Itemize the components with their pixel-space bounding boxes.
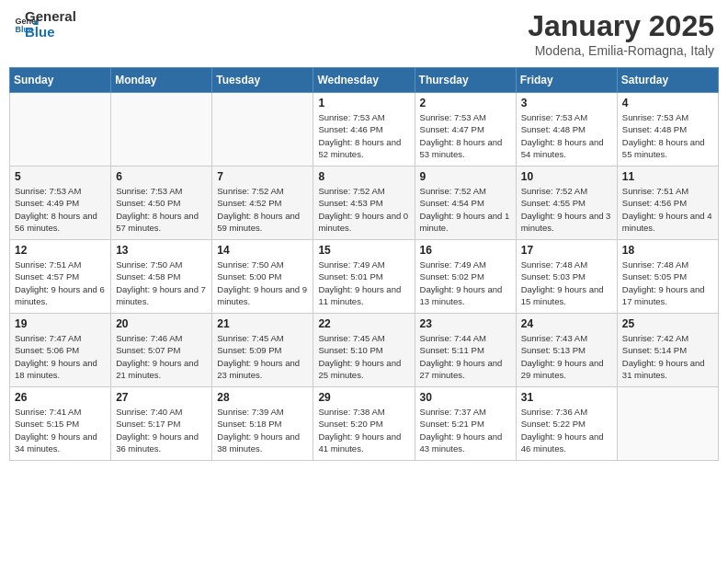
day-detail: Sunrise: 7:36 AM Sunset: 5:22 PM Dayligh… — [521, 406, 612, 454]
day-detail: Sunrise: 7:38 AM Sunset: 5:20 PM Dayligh… — [318, 406, 409, 454]
day-detail: Sunrise: 7:43 AM Sunset: 5:13 PM Dayligh… — [521, 332, 612, 381]
weekday-header: Thursday — [415, 68, 516, 93]
calendar-cell — [617, 387, 718, 461]
calendar-cell: 13Sunrise: 7:50 AM Sunset: 4:58 PM Dayli… — [111, 240, 212, 314]
day-number: 28 — [217, 391, 308, 404]
calendar-cell: 23Sunrise: 7:44 AM Sunset: 5:11 PM Dayli… — [415, 314, 516, 387]
day-number: 5 — [15, 170, 106, 183]
calendar-cell: 12Sunrise: 7:51 AM Sunset: 4:57 PM Dayli… — [10, 240, 111, 314]
day-detail: Sunrise: 7:39 AM Sunset: 5:18 PM Dayligh… — [217, 406, 308, 454]
calendar-cell — [111, 93, 212, 167]
day-number: 23 — [420, 317, 511, 330]
day-number: 30 — [420, 391, 511, 404]
calendar-cell: 14Sunrise: 7:50 AM Sunset: 5:00 PM Dayli… — [212, 240, 313, 314]
page-header: General Blue General Blue January 2025 M… — [9, 9, 719, 58]
calendar-cell: 31Sunrise: 7:36 AM Sunset: 5:22 PM Dayli… — [516, 387, 617, 461]
calendar-cell: 19Sunrise: 7:47 AM Sunset: 5:06 PM Dayli… — [10, 314, 111, 387]
day-detail: Sunrise: 7:45 AM Sunset: 5:10 PM Dayligh… — [318, 332, 409, 381]
day-detail: Sunrise: 7:48 AM Sunset: 5:03 PM Dayligh… — [521, 259, 612, 307]
calendar-cell: 28Sunrise: 7:39 AM Sunset: 5:18 PM Dayli… — [212, 387, 313, 461]
day-number: 4 — [622, 97, 713, 109]
calendar-cell: 7Sunrise: 7:52 AM Sunset: 4:52 PM Daylig… — [212, 167, 313, 240]
day-number: 6 — [116, 170, 207, 183]
day-number: 12 — [15, 244, 106, 257]
weekday-header: Monday — [111, 68, 212, 93]
day-detail: Sunrise: 7:37 AM Sunset: 5:21 PM Dayligh… — [420, 406, 511, 454]
day-number: 7 — [217, 170, 308, 183]
day-number: 20 — [116, 317, 207, 330]
weekday-row: SundayMondayTuesdayWednesdayThursdayFrid… — [10, 68, 719, 93]
day-number: 3 — [521, 97, 612, 109]
day-detail: Sunrise: 7:49 AM Sunset: 5:01 PM Dayligh… — [318, 259, 409, 307]
calendar-week-row: 1Sunrise: 7:53 AM Sunset: 4:46 PM Daylig… — [10, 93, 719, 167]
calendar-cell: 21Sunrise: 7:45 AM Sunset: 5:09 PM Dayli… — [212, 314, 313, 387]
weekday-header: Saturday — [617, 68, 718, 93]
calendar-cell: 22Sunrise: 7:45 AM Sunset: 5:10 PM Dayli… — [313, 314, 415, 387]
calendar-cell: 30Sunrise: 7:37 AM Sunset: 5:21 PM Dayli… — [415, 387, 516, 461]
day-detail: Sunrise: 7:53 AM Sunset: 4:50 PM Dayligh… — [116, 185, 207, 234]
calendar-cell: 8Sunrise: 7:52 AM Sunset: 4:53 PM Daylig… — [313, 167, 415, 240]
calendar-cell: 20Sunrise: 7:46 AM Sunset: 5:07 PM Dayli… — [111, 314, 212, 387]
day-number: 19 — [15, 317, 106, 330]
day-detail: Sunrise: 7:52 AM Sunset: 4:52 PM Dayligh… — [217, 185, 308, 234]
logo-blue: Blue — [25, 25, 76, 40]
calendar-cell: 10Sunrise: 7:52 AM Sunset: 4:55 PM Dayli… — [516, 167, 617, 240]
day-number: 29 — [318, 391, 409, 404]
day-detail: Sunrise: 7:45 AM Sunset: 5:09 PM Dayligh… — [217, 332, 308, 381]
calendar-cell: 1Sunrise: 7:53 AM Sunset: 4:46 PM Daylig… — [313, 93, 415, 167]
day-detail: Sunrise: 7:49 AM Sunset: 5:02 PM Dayligh… — [420, 259, 511, 307]
day-number: 15 — [318, 244, 409, 257]
day-detail: Sunrise: 7:53 AM Sunset: 4:48 PM Dayligh… — [521, 111, 612, 160]
calendar-cell: 15Sunrise: 7:49 AM Sunset: 5:01 PM Dayli… — [313, 240, 415, 314]
day-detail: Sunrise: 7:53 AM Sunset: 4:47 PM Dayligh… — [420, 111, 511, 160]
day-detail: Sunrise: 7:42 AM Sunset: 5:14 PM Dayligh… — [622, 332, 713, 381]
calendar-subtitle: Modena, Emilia-Romagna, Italy — [528, 43, 714, 58]
day-detail: Sunrise: 7:50 AM Sunset: 4:58 PM Dayligh… — [116, 259, 207, 307]
calendar-cell: 25Sunrise: 7:42 AM Sunset: 5:14 PM Dayli… — [617, 314, 718, 387]
calendar-cell: 27Sunrise: 7:40 AM Sunset: 5:17 PM Dayli… — [111, 387, 212, 461]
day-number: 2 — [420, 97, 511, 109]
calendar-cell: 2Sunrise: 7:53 AM Sunset: 4:47 PM Daylig… — [415, 93, 516, 167]
day-number: 9 — [420, 170, 511, 183]
day-number: 24 — [521, 317, 612, 330]
logo-general: General — [25, 9, 76, 25]
calendar-cell: 9Sunrise: 7:52 AM Sunset: 4:54 PM Daylig… — [415, 167, 516, 240]
weekday-header: Wednesday — [313, 68, 415, 93]
day-detail: Sunrise: 7:51 AM Sunset: 4:56 PM Dayligh… — [622, 185, 713, 234]
day-number: 31 — [521, 391, 612, 404]
calendar-week-row: 5Sunrise: 7:53 AM Sunset: 4:49 PM Daylig… — [10, 167, 719, 240]
weekday-header: Sunday — [10, 68, 111, 93]
day-detail: Sunrise: 7:52 AM Sunset: 4:55 PM Dayligh… — [521, 185, 612, 234]
day-detail: Sunrise: 7:51 AM Sunset: 4:57 PM Dayligh… — [15, 259, 106, 307]
title-block: January 2025 Modena, Emilia-Romagna, Ita… — [528, 9, 714, 58]
day-number: 10 — [521, 170, 612, 183]
calendar-cell: 18Sunrise: 7:48 AM Sunset: 5:05 PM Dayli… — [617, 240, 718, 314]
day-number: 25 — [622, 317, 713, 330]
day-number: 8 — [318, 170, 409, 183]
day-detail: Sunrise: 7:40 AM Sunset: 5:17 PM Dayligh… — [116, 406, 207, 454]
day-number: 26 — [15, 391, 106, 404]
day-number: 17 — [521, 244, 612, 257]
day-number: 21 — [217, 317, 308, 330]
calendar-cell: 6Sunrise: 7:53 AM Sunset: 4:50 PM Daylig… — [111, 167, 212, 240]
day-detail: Sunrise: 7:50 AM Sunset: 5:00 PM Dayligh… — [217, 259, 308, 307]
calendar-cell — [212, 93, 313, 167]
weekday-header: Tuesday — [212, 68, 313, 93]
day-number: 14 — [217, 244, 308, 257]
day-detail: Sunrise: 7:41 AM Sunset: 5:15 PM Dayligh… — [15, 406, 106, 454]
calendar-cell — [10, 93, 111, 167]
calendar-header: SundayMondayTuesdayWednesdayThursdayFrid… — [10, 68, 719, 93]
calendar-week-row: 19Sunrise: 7:47 AM Sunset: 5:06 PM Dayli… — [10, 314, 719, 387]
day-detail: Sunrise: 7:53 AM Sunset: 4:46 PM Dayligh… — [318, 111, 409, 160]
day-detail: Sunrise: 7:47 AM Sunset: 5:06 PM Dayligh… — [15, 332, 106, 381]
logo: General Blue General Blue — [14, 9, 76, 40]
calendar-cell: 26Sunrise: 7:41 AM Sunset: 5:15 PM Dayli… — [10, 387, 111, 461]
day-number: 22 — [318, 317, 409, 330]
day-detail: Sunrise: 7:53 AM Sunset: 4:49 PM Dayligh… — [15, 185, 106, 234]
calendar-cell: 11Sunrise: 7:51 AM Sunset: 4:56 PM Dayli… — [617, 167, 718, 240]
calendar-cell: 16Sunrise: 7:49 AM Sunset: 5:02 PM Dayli… — [415, 240, 516, 314]
day-detail: Sunrise: 7:46 AM Sunset: 5:07 PM Dayligh… — [116, 332, 207, 381]
calendar-week-row: 12Sunrise: 7:51 AM Sunset: 4:57 PM Dayli… — [10, 240, 719, 314]
day-detail: Sunrise: 7:44 AM Sunset: 5:11 PM Dayligh… — [420, 332, 511, 381]
day-number: 16 — [420, 244, 511, 257]
